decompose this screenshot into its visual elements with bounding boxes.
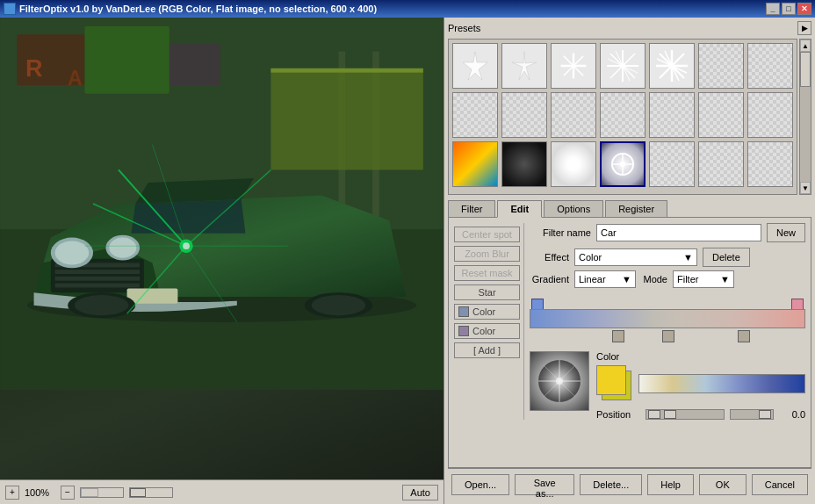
right-content: Presets ▶ [448, 21, 811, 500]
zoom-blur-button[interactable]: Zoom Blur [454, 246, 520, 262]
preset-thumb-16[interactable] [698, 141, 744, 187]
help-button[interactable]: Help [647, 474, 694, 495]
edit-panel: Center spot Zoom Blur Reset mask Star Co… [448, 218, 811, 468]
preset-thumb-11[interactable] [600, 92, 646, 138]
position-slider-thumb[interactable] [648, 410, 660, 419]
gradient-handle-3[interactable] [738, 330, 750, 342]
position-slider-track2[interactable] [730, 409, 774, 420]
preset-thumb-soft[interactable] [551, 141, 596, 187]
position-slider-thumb3[interactable] [759, 410, 771, 419]
presets-header: Presets ▶ [448, 21, 811, 35]
preset-thumb-5[interactable] [649, 43, 695, 89]
scroll-thumb[interactable] [800, 52, 811, 87]
preset-thumb-14[interactable] [747, 92, 793, 138]
tab-register[interactable]: Register [605, 200, 667, 217]
color2-button[interactable]: Color [454, 323, 520, 339]
position-value: 0.0 [779, 409, 805, 420]
minimize-button[interactable]: _ [766, 3, 780, 15]
effect-label: Effect [530, 252, 569, 263]
edit-inner: Center spot Zoom Blur Reset mask Star Co… [454, 223, 805, 420]
add-button[interactable]: [ Add ] [454, 342, 520, 358]
app-icon [4, 3, 16, 15]
preset-thumb-4[interactable] [600, 43, 646, 89]
preset-thumb-selected[interactable] [600, 141, 646, 187]
effect-dropdown[interactable]: Color ▼ [574, 248, 697, 266]
image-panel: R A [0, 18, 444, 504]
svg-point-65 [556, 378, 563, 385]
position-row: Position 0.0 [596, 409, 805, 420]
pan-slider[interactable] [129, 487, 173, 498]
center-spot-button[interactable]: Center spot [454, 227, 520, 242]
reset-mask-button[interactable]: Reset mask [454, 265, 520, 281]
horizontal-scrollbar[interactable] [80, 487, 124, 498]
tabs-row: Filter Edit Options Register [448, 200, 811, 218]
delete-file-button[interactable]: Delete... [580, 474, 642, 495]
gradient-bar-container [530, 295, 805, 344]
star-button[interactable]: Star [454, 284, 520, 300]
preset-row-1 [452, 43, 793, 89]
preset-thumb-8[interactable] [452, 92, 498, 138]
filter-name-row: Filter name New [530, 223, 805, 242]
position-slider-thumb2[interactable] [664, 410, 676, 419]
window-title: FilterOptix v1.0 by VanDerLee (RGB Color… [19, 4, 377, 14]
color1-button[interactable]: Color [454, 304, 520, 320]
preset-thumb-10[interactable] [551, 92, 596, 138]
zoom-plus-button[interactable]: + [5, 486, 19, 500]
preset-thumb-9[interactable] [501, 92, 547, 138]
image-bottom-bar: + 100% − Auto [0, 479, 444, 504]
open-button[interactable]: Open... [451, 474, 509, 495]
title-bar-left: FilterOptix v1.0 by VanDerLee (RGB Color… [4, 3, 377, 15]
preset-thumb-1[interactable] [452, 43, 498, 89]
preset-thumb-7[interactable] [747, 43, 793, 89]
mode-dropdown[interactable]: Filter ▼ [673, 270, 734, 288]
left-buttons: Center spot Zoom Blur Reset mask Star Co… [454, 223, 524, 420]
tab-options[interactable]: Options [544, 200, 603, 217]
preset-thumb-15[interactable] [649, 141, 695, 187]
gradient-dropdown[interactable]: Linear ▼ [574, 270, 636, 288]
preset-thumb-12[interactable] [649, 92, 695, 138]
preset-thumb-3[interactable] [551, 43, 596, 89]
tab-edit[interactable]: Edit [497, 200, 542, 218]
scroll-track [800, 52, 811, 182]
gradient-dropdown-arrow: ▼ [622, 274, 631, 284]
preset-thumb-2[interactable] [501, 43, 547, 89]
effect-dropdown-arrow: ▼ [683, 252, 693, 263]
delete-button[interactable]: Delete [703, 248, 750, 267]
preset-thumb-dark[interactable] [501, 141, 547, 187]
ok-button[interactable]: OK [699, 474, 746, 495]
main-container: R A [0, 18, 815, 504]
cancel-button[interactable]: Cancel [752, 474, 808, 495]
svg-point-59 [620, 162, 625, 167]
filter-name-label: Filter name [530, 227, 591, 238]
new-button[interactable]: New [767, 223, 805, 242]
preset-thumb-6[interactable] [698, 43, 744, 89]
scroll-down-button[interactable]: ▼ [800, 182, 811, 194]
presets-scrollbar: ▲ ▼ [799, 39, 811, 195]
preview-thumb-display[interactable] [530, 351, 589, 411]
preset-thumb-17[interactable] [747, 141, 793, 187]
color-gradient-bar[interactable] [638, 374, 805, 393]
color-swatches-row [596, 365, 805, 402]
mode-label: Mode [641, 274, 667, 284]
filter-name-input[interactable] [596, 224, 761, 241]
gradient-bar[interactable] [530, 309, 805, 328]
gradient-row: Gradient Linear ▼ Mode Filter ▼ [530, 270, 805, 288]
image-area[interactable]: R A [0, 18, 444, 479]
gradient-handle-2[interactable] [662, 330, 674, 342]
auto-button[interactable]: Auto [402, 485, 438, 500]
position-slider-track[interactable] [646, 409, 725, 420]
gradient-label: Gradient [530, 274, 569, 284]
gradient-handle-1[interactable] [612, 330, 624, 342]
close-button[interactable]: ✕ [797, 3, 811, 15]
save-as-button[interactable]: Save as... [515, 474, 574, 495]
preset-thumb-gradient[interactable] [452, 141, 498, 187]
color-swatch-front[interactable] [596, 365, 626, 395]
preset-thumb-13[interactable] [698, 92, 744, 138]
scroll-up-button[interactable]: ▲ [800, 40, 811, 52]
presets-arrow-button[interactable]: ▶ [797, 21, 811, 35]
edit-main: Filter name New Effect Color ▼ Delete [530, 223, 805, 420]
tab-filter[interactable]: Filter [448, 200, 495, 217]
zoom-level-display: 100% [25, 487, 55, 498]
zoom-minus-button[interactable]: − [61, 486, 75, 500]
maximize-button[interactable]: □ [782, 3, 796, 15]
